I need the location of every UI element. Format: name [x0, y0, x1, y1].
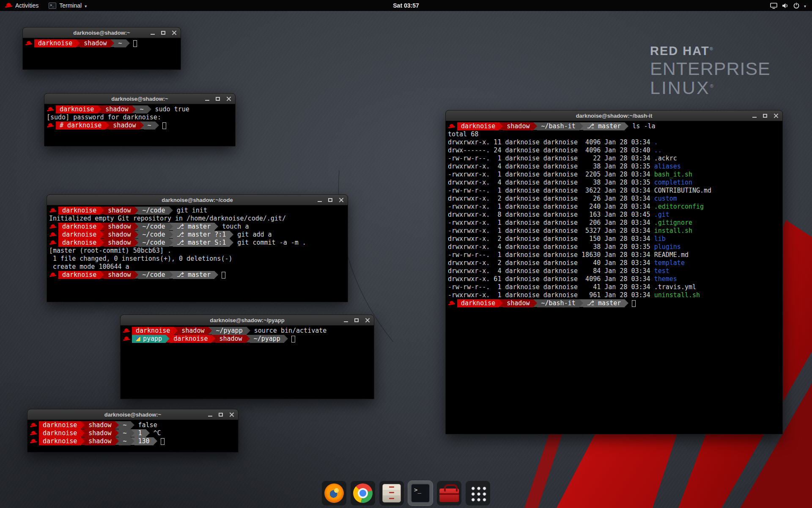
prompt-segment-host: shadow	[178, 327, 208, 335]
terminal-line: -rwxrwxr-x. 1 darknoise darknoise 5327 J…	[448, 227, 780, 235]
prompt-segment-user: darknoise	[58, 223, 100, 231]
dock-item-terminal[interactable]: >_	[408, 481, 433, 505]
minimize-button[interactable]	[318, 201, 322, 202]
window-buttons	[205, 94, 231, 104]
prompt-segment-exit: 130	[134, 437, 154, 445]
prompt-segment-user: darknoise	[58, 207, 100, 215]
clock[interactable]: Sat 03:57	[393, 2, 419, 9]
maximize-button[interactable]	[354, 318, 359, 322]
powerline-separator-icon	[140, 121, 144, 129]
terminal-text: install.sh	[654, 227, 692, 235]
powerline-separator-icon	[214, 223, 218, 230]
terminal-window-code[interactable]: darknoise@shadow:~/codedarknoiseshadow~/…	[47, 194, 348, 302]
terminal-text: drwxrwxr-x. 4 darknoise darknoise 38 Jan…	[448, 243, 654, 251]
minimize-button[interactable]	[151, 34, 155, 35]
dock-item-files[interactable]	[379, 481, 404, 505]
powerline-separator-icon	[154, 437, 157, 445]
redhat-prompt-icon	[49, 271, 56, 279]
maximize-button[interactable]	[763, 114, 767, 118]
redhat-prompt-icon	[47, 121, 54, 130]
maximize-button[interactable]	[216, 97, 220, 101]
terminal-text: total 68	[448, 130, 478, 138]
terminal-line: darknoiseshadow~/pyapp source bin/activa…	[123, 327, 372, 335]
prompt-segment-user: darknoise	[34, 39, 76, 47]
terminal-text: ..	[654, 146, 662, 155]
activities-button[interactable]: Activities	[0, 0, 44, 11]
prompt-segment-user: darknoise	[132, 327, 174, 335]
dock: >_	[322, 481, 490, 505]
terminal-text: lib	[654, 235, 666, 243]
terminal-text: .ackrc	[654, 155, 677, 163]
window-titlebar[interactable]: darknoise@shadow:~/code	[47, 195, 348, 205]
terminal-line: darknoiseshadow~130	[30, 437, 236, 445]
prompt-segment-user: darknoise	[39, 437, 81, 445]
maximize-button[interactable]	[328, 198, 332, 202]
redhat-prompt-icon	[448, 122, 455, 130]
terminal-line: pyappdarknoiseshadow~/pyapp	[123, 335, 372, 343]
powerline-separator-icon	[81, 421, 85, 429]
maximize-button[interactable]	[161, 31, 165, 35]
powerline-separator-icon	[76, 39, 80, 47]
terminal-content[interactable]: darknoiseshadow~	[23, 38, 181, 49]
minimize-button[interactable]	[208, 416, 212, 417]
terminal-text: drwxrwxr-x. 4 darknoise darknoise 84 Jan…	[448, 267, 654, 275]
window-titlebar[interactable]: darknoise@shadow:~/bash-it	[446, 110, 782, 121]
terminal-icon: >_	[411, 483, 430, 503]
windows-layer: darknoise@shadow:~darknoiseshadow~darkno…	[0, 0, 812, 508]
system-status-area[interactable]	[767, 0, 809, 11]
terminal-line: darknoiseshadow~/code⎇ master S:1 git co…	[49, 239, 346, 247]
terminal-content[interactable]: darknoiseshadow~ sudo true[sudo] passwor…	[44, 104, 235, 131]
terminal-text: drwxrwxr-x. 2 darknoise darknoise 150 Ja…	[448, 235, 654, 243]
minimize-button[interactable]	[205, 100, 209, 101]
terminal-text: ls -la	[628, 122, 655, 130]
terminal-window-home-2[interactable]: darknoise@shadow:~darknoiseshadow~ sudo …	[44, 93, 236, 146]
terminal-line: -rw-rw-r--. 1 darknoise darknoise 3622 J…	[448, 187, 780, 195]
terminal-text: .git	[654, 211, 669, 219]
maximize-button[interactable]	[219, 413, 223, 417]
dock-item-toolbox[interactable]	[437, 481, 461, 505]
terminal-app-icon: >_	[49, 3, 56, 9]
close-button[interactable]	[774, 113, 778, 118]
close-button[interactable]	[339, 198, 343, 202]
powerline-separator-icon	[579, 299, 583, 307]
close-button[interactable]	[229, 412, 234, 417]
prompt-segment-path: ~/code	[138, 271, 169, 279]
powerline-separator-icon	[115, 421, 119, 429]
close-button[interactable]	[226, 97, 231, 101]
terminal-content[interactable]: darknoiseshadow~/pyapp source bin/activa…	[121, 326, 374, 344]
minimize-button[interactable]	[344, 321, 348, 322]
terminal-window-home-1[interactable]: darknoise@shadow:~darknoiseshadow~	[22, 27, 181, 70]
close-button[interactable]	[365, 318, 370, 323]
terminal-text: drwxrwxr-x. 4 darknoise darknoise 38 Jan…	[448, 179, 654, 187]
terminal-line: -rw-rw-r--. 1 darknoise darknoise 41 Jan…	[448, 283, 780, 291]
window-titlebar[interactable]: darknoise@shadow:~	[44, 94, 235, 104]
terminal-content[interactable]: darknoiseshadow~ falsedarknoiseshadow~1 …	[27, 420, 238, 447]
prompt-segment-user: darknoise	[39, 421, 81, 429]
redhat-prompt-icon	[49, 239, 56, 247]
dock-item-app-grid[interactable]	[466, 481, 490, 505]
toolbox-icon	[439, 489, 459, 502]
window-buttons	[752, 110, 778, 121]
prompt-segment-host: shadow	[80, 39, 110, 47]
dock-item-firefox[interactable]	[322, 481, 346, 505]
powerline-separator-icon	[533, 122, 537, 130]
terminal-window-bash-it[interactable]: darknoise@shadow:~/bash-itdarknoiseshado…	[445, 110, 783, 434]
minimize-button[interactable]	[752, 117, 757, 118]
terminal-content[interactable]: darknoiseshadow~/code git initInitialize…	[47, 205, 348, 280]
prompt-segment-git: ⎇ master	[173, 271, 215, 279]
terminal-line: darknoiseshadow~/code⎇ master	[49, 271, 346, 279]
terminal-window-home-3[interactable]: darknoise@shadow:~darknoiseshadow~ false…	[27, 409, 239, 453]
prompt-segment-user: darknoise	[56, 105, 98, 113]
app-menu-terminal[interactable]: >_ Terminal	[44, 0, 92, 11]
window-titlebar[interactable]: darknoise@shadow:~/pyapp	[121, 315, 374, 326]
powerline-separator-icon	[214, 271, 218, 279]
window-titlebar[interactable]: darknoise@shadow:~	[23, 28, 181, 38]
prompt-segment-path: ~/pyapp	[250, 335, 284, 343]
prompt-segment-path: ~/code	[138, 239, 169, 247]
close-button[interactable]	[172, 30, 176, 35]
window-titlebar[interactable]: darknoise@shadow:~	[27, 409, 238, 420]
dock-item-chrome[interactable]	[351, 481, 375, 505]
terminal-content[interactable]: darknoiseshadow~/bash-it⎇ master ls -lat…	[446, 121, 782, 309]
terminal-window-pyapp[interactable]: darknoise@shadow:~/pyappdarknoiseshadow~…	[120, 315, 374, 399]
redhat-prompt-icon	[30, 437, 37, 445]
